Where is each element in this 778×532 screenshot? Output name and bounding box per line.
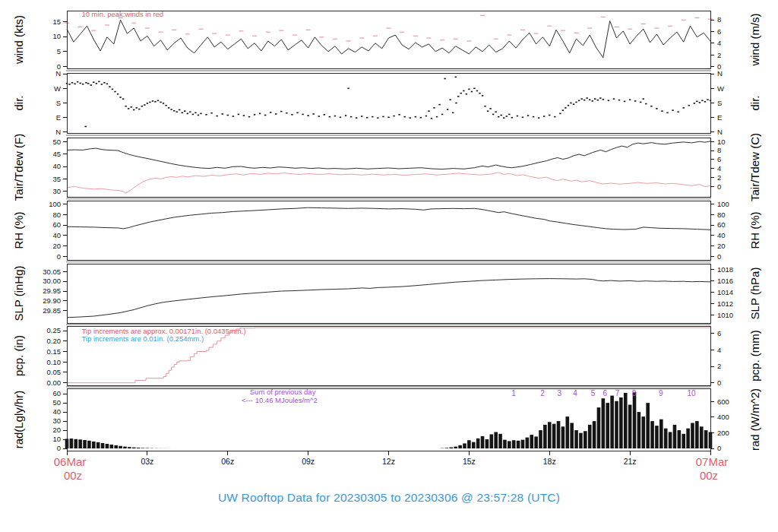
wind-right-tick-label: 6 — [717, 27, 721, 36]
wind-right-tick-label: 8 — [717, 15, 721, 24]
panel-separator — [66, 135, 711, 136]
wind-right-axis-title: wind (m/s) — [748, 13, 761, 66]
temp-right-tick-label: 8 — [717, 146, 721, 154]
slp-right-tick-label: 1016 — [717, 277, 733, 285]
temp-frame — [67, 138, 710, 197]
rad-left-tick-label: 50 — [52, 398, 61, 407]
rh-right-tick-label: 20 — [717, 242, 726, 250]
slp-left-tick-label: 30.00 — [43, 277, 61, 285]
rad-annotation: Sum of previous day — [250, 388, 316, 396]
pcp-right-axis-title: pcp. (mm) — [748, 330, 761, 382]
dir-left-axis-title: dir. — [12, 95, 25, 110]
rad-frame — [67, 388, 710, 451]
mj-marker: 5 — [591, 389, 596, 397]
temp-panel: 30354045500246810Tair/Tdew (F)Tair/Tdew … — [12, 133, 761, 201]
wind-left-tick-label: 10 — [52, 32, 61, 40]
mj-marker: 2 — [540, 389, 545, 397]
temp-left-axis-title: Tair/Tdew (F) — [12, 134, 25, 201]
x-tick-label: 15z — [463, 457, 476, 466]
wind-right-tick-label: 2 — [717, 51, 721, 59]
pcp-right-tick-label: 4 — [717, 346, 721, 354]
slp-left-tick-label: 29.90 — [43, 296, 61, 305]
pcp-left-tick-label: 0.15 — [47, 347, 62, 356]
rad-left-tick-label: 0 — [57, 444, 61, 452]
mj-marker: 4 — [573, 389, 577, 397]
rad-panel: 01020304050600200400600rad(Lgly/hr)rad (… — [12, 388, 761, 453]
rad-left-tick-label: 10 — [52, 435, 61, 443]
x-tick-label: 18z — [543, 457, 556, 466]
panel-separator — [66, 198, 711, 200]
pcp-left-tick-label: 0.10 — [47, 358, 62, 366]
chart-title: UW Rooftop Data for 20230305 to 20230306… — [0, 491, 778, 505]
wind-left-tick-label: 15 — [52, 17, 61, 26]
x-tick-label: 03z — [141, 457, 153, 466]
rh-left-tick-label: 60 — [52, 220, 61, 229]
dir-right-tick-label: N — [717, 69, 723, 78]
temp-axis-ticks: 30354045500246810 — [52, 138, 725, 196]
slp-left-tick-label: 29.95 — [43, 287, 61, 295]
rh-left-tick-label: 20 — [52, 242, 61, 250]
rh-left-tick-label: 80 — [52, 211, 61, 219]
rad-left-tick-label: 20 — [52, 426, 61, 434]
pcp-left-tick-label: 0.05 — [47, 368, 62, 376]
slp-left-tick-label: 29.85 — [43, 306, 61, 315]
mj-marker: 9 — [659, 389, 663, 397]
rad-left-tick-label: 40 — [52, 407, 61, 416]
wind-left-axis-title: wind (kts) — [12, 15, 25, 65]
temp-right-tick-label: 10 — [717, 138, 726, 146]
rad-left-tick-label: 30 — [52, 416, 61, 425]
slp-right-tick-label: 1012 — [717, 299, 733, 308]
temp-left-tick-label: 50 — [52, 138, 61, 146]
pcp-annotation: Tip increments are 0.01in. (0.254mm.) — [81, 334, 204, 343]
dir-right-tick-label: S — [717, 99, 722, 107]
rad-series-solar-rad-lgly — [65, 392, 713, 448]
temp-right-tick-label: 6 — [717, 155, 721, 163]
start-date-label: 06Mar — [54, 455, 87, 468]
dir-right-tick-label: N — [717, 128, 723, 136]
meteogram: 05101502468wind (kts)wind (m/s)10 min. p… — [0, 0, 778, 532]
wind-series-wind-avg-kts — [67, 20, 710, 58]
start-date-hour: 00z — [64, 469, 82, 482]
dir-axis-ticks: NWSENNWSEN — [54, 69, 724, 136]
rh-left-tick-label: 100 — [49, 200, 61, 208]
pcp-right-tick-label: 0 — [717, 378, 721, 387]
slp-right-tick-label: 1014 — [717, 288, 733, 296]
temp-left-tick-label: 35 — [52, 175, 61, 183]
dir-panel: NWSENNWSENdir.dir. — [12, 69, 761, 136]
x-tick-label: 06z — [221, 457, 234, 466]
temp-right-tick-label: 4 — [717, 164, 721, 173]
rad-left-tick-label: 60 — [52, 389, 61, 397]
slp-panel: 29.8529.9029.9530.0030.05101010121014101… — [12, 264, 761, 323]
dir-left-tick-label: N — [55, 128, 61, 136]
end-date-label: 07Mar — [696, 455, 729, 468]
temp-right-tick-label: 2 — [717, 173, 721, 182]
rh-right-axis-title: RH (%) — [748, 211, 761, 249]
dir-right-tick-label: W — [717, 84, 724, 93]
temp-left-tick-label: 40 — [52, 162, 61, 170]
x-tick-label: 09z — [302, 457, 315, 466]
pcp-right-tick-label: 6 — [717, 329, 721, 337]
meteogram-plot: 05101502468wind (kts)wind (m/s)10 min. p… — [0, 0, 778, 532]
rh-right-tick-label: 80 — [717, 211, 726, 219]
rh-right-tick-label: 40 — [717, 231, 726, 239]
rh-left-tick-label: 40 — [52, 231, 61, 239]
rad-annotation: <--- 10.46 MJoules/m^2 — [242, 396, 318, 404]
x-axis: 03z06z09z12z15z18z21z06Mar00z07Mar00z — [54, 451, 729, 482]
rad-right-tick-label: 200 — [717, 429, 729, 437]
mj-marker: 10 — [687, 389, 696, 397]
wind-frame — [67, 11, 710, 68]
mj-marker: 7 — [615, 389, 620, 397]
slp-right-tick-label: 1018 — [717, 265, 733, 274]
rad-mj-markers: 12345678910 — [511, 389, 696, 397]
wind-panel: 05101502468wind (kts)wind (m/s)10 min. p… — [12, 10, 761, 71]
panel-separator — [66, 261, 711, 263]
pcp-left-tick-label: 0.00 — [47, 378, 62, 387]
wind-left-tick-label: 5 — [57, 47, 61, 55]
rh-left-axis-title: RH (%) — [12, 211, 25, 249]
slp-left-tick-label: 30.05 — [43, 268, 61, 276]
slp-axis-ticks: 29.8529.9029.9530.0030.05101010121014101… — [43, 265, 733, 320]
pcp-left-tick-label: 0.20 — [47, 337, 62, 345]
rh-panel: 020406080100020406080100RH (%)RH (%) — [12, 200, 761, 260]
mj-marker: 8 — [632, 389, 637, 397]
dir-right-axis-title: dir. — [748, 95, 761, 110]
